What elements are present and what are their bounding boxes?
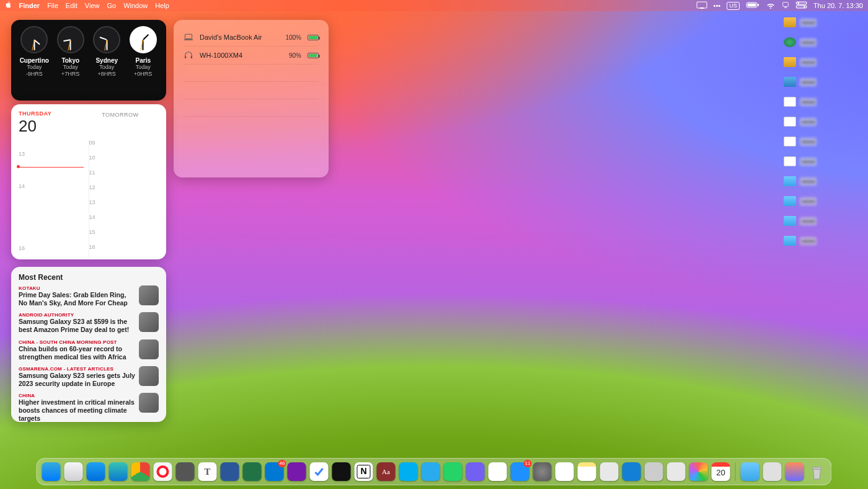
clock-face-icon [93,26,120,53]
input-source[interactable]: US [727,2,740,10]
dock-viber[interactable] [466,462,485,481]
folder-2-icon [784,196,796,206]
dock-badge: 11 [524,460,532,467]
calendar-widget[interactable]: THURSDAY 20 TOMORROW 131416 091011121314… [11,104,166,259]
dock-todo[interactable] [310,462,329,481]
news-title: Most Recent [19,273,159,282]
dock-notion[interactable]: N [355,462,373,481]
calendar-day-label: THURSDAY [19,110,82,117]
desktop-item-screenshot-2[interactable]: ▪▪▪▪▪▪ [784,156,858,166]
desktop-item-disk-1[interactable]: ▪▪▪▪▪▪ [784,17,858,27]
dock-windows-folder[interactable] [763,462,782,481]
cal-hour: 12 [89,184,95,191]
menu-window[interactable]: Window [123,2,148,9]
dock-telegram[interactable] [422,462,440,481]
calendar-day-number: 20 [19,117,82,136]
dock-outlook[interactable]: 46 [265,462,284,481]
dock-photos[interactable] [689,462,708,481]
dock-obsidian[interactable] [332,462,351,481]
desktop-item-folder-4[interactable]: ▪▪▪▪▪▪ [784,236,858,246]
dock-tool-1[interactable] [600,462,619,481]
news-headline: Samsung Galaxy S23 series gets July 2023… [19,372,135,388]
dock-skype[interactable] [399,462,418,481]
dock-image-file[interactable] [786,462,804,481]
dock-tool-2[interactable] [622,462,641,481]
menu-file[interactable]: File [47,2,58,9]
menu-help[interactable]: Help [155,2,169,9]
screen-mirror-icon[interactable] [696,1,707,10]
dock-trash[interactable] [808,462,826,481]
svg-point-10 [804,6,805,7]
cal-hour: 13 [19,151,25,157]
dock-desktop[interactable] [741,462,760,481]
menubar-extra-icon[interactable]: ••• [714,2,721,9]
svg-rect-15 [813,467,822,469]
dock-edge[interactable] [109,462,128,481]
desktop-item-folder-2[interactable]: ▪▪▪▪▪▪ [784,196,858,206]
svg-rect-12 [184,39,193,40]
desktop-item-text-file[interactable]: ▪▪▪▪▪▪ [784,97,858,107]
dock-notes[interactable] [578,462,596,481]
laptop-icon [184,34,193,41]
desktop-item-zip-file[interactable]: ▪▪▪▪▪▪ [784,137,858,146]
dock-word[interactable] [221,462,239,481]
dock-onedrive[interactable] [667,462,686,481]
news-widget[interactable]: Most Recent KOTAKU Prime Day Sales: Grab… [11,267,166,422]
battery-icon [308,35,319,40]
dock-textedit[interactable]: T [198,462,217,481]
menu-go[interactable]: Go [107,2,116,9]
news-item[interactable]: KOTAKU Prime Day Sales: Grab Elden Ring,… [19,285,159,307]
news-source: CHINA - SOUTH CHINA MORNING POST [19,339,135,345]
news-item[interactable]: GSMARENA.COM - LATEST ARTICLES Samsung G… [19,366,159,388]
cal-hour: 15 [89,229,95,235]
folder-4-icon [784,236,796,246]
dock-launchpad[interactable] [64,462,83,481]
dock-appstore[interactable]: 11 [511,462,529,481]
world-clock-widget[interactable]: Cupertino Today-9HRS Tokyo Today+7HRS Sy… [11,20,166,101]
cal-hour: 14 [89,214,95,220]
control-center-icon[interactable] [795,1,807,10]
dock-excel[interactable] [243,462,262,481]
svg-rect-6 [784,7,786,7]
dock-chrome[interactable] [131,462,150,481]
news-item[interactable]: CHINA - SOUTH CHINA MORNING POST China b… [19,339,159,361]
dock-app-gray[interactable] [176,462,195,481]
menubar-datetime[interactable]: Thu 20. 7. 13:30 [813,2,863,9]
desktop-item-screenshot-1[interactable]: ▪▪▪▪▪▪ [784,117,858,127]
clock-face-icon [20,26,48,53]
news-item[interactable]: ANDROID AUTHORITY Samsung Galaxy S23 at … [19,312,159,334]
desktop-item-folder-1[interactable]: ▪▪▪▪▪▪ [784,176,858,186]
news-headline: Samsung Galaxy S23 at $599 is the best A… [19,318,135,334]
dock-settings[interactable] [533,462,552,481]
menu-view[interactable]: View [85,2,100,9]
wifi-icon[interactable] [766,1,776,10]
dock-dictionary[interactable]: Aa [377,462,396,481]
menu-edit[interactable]: Edit [66,2,78,9]
battery-row-laptop: David's MacBook Air 100% [184,29,319,47]
dock-whatsapp[interactable] [444,462,463,481]
svg-rect-13 [185,56,186,59]
display-icon[interactable] [782,1,789,10]
batteries-widget[interactable]: David's MacBook Air 100% WH-1000XM4 90% [174,20,329,177]
dock-onenote[interactable] [288,462,306,481]
svg-rect-11 [185,34,192,38]
news-item[interactable]: CHINA Higher investment in critical mine… [19,393,159,422]
desktop-item-disk-2[interactable]: ▪▪▪▪▪▪ [784,57,858,67]
dock-calendar[interactable]: 20 [712,462,730,481]
app-name[interactable]: Finder [19,2,40,9]
dock-opera[interactable] [154,462,172,481]
calendar-tomorrow-label: TOMORROW [82,110,159,118]
dock-apple-app[interactable] [645,462,663,481]
cal-hour: 14 [19,183,25,189]
news-source: ANDROID AUTHORITY [19,312,135,318]
svg-rect-3 [747,4,756,7]
dock-safari[interactable] [87,462,105,481]
dock-finder[interactable] [42,462,61,481]
apple-menu[interactable] [5,1,12,10]
battery-status-icon[interactable] [746,1,760,10]
desktop-item-app-file[interactable]: ▪▪▪▪▪▪ [784,77,858,87]
desktop-item-time-machine[interactable]: ▪▪▪▪▪▪ [784,37,858,47]
dock-news[interactable] [556,462,574,481]
desktop-item-folder-3[interactable]: ▪▪▪▪▪▪ [784,216,858,226]
dock-slack[interactable] [489,462,507,481]
